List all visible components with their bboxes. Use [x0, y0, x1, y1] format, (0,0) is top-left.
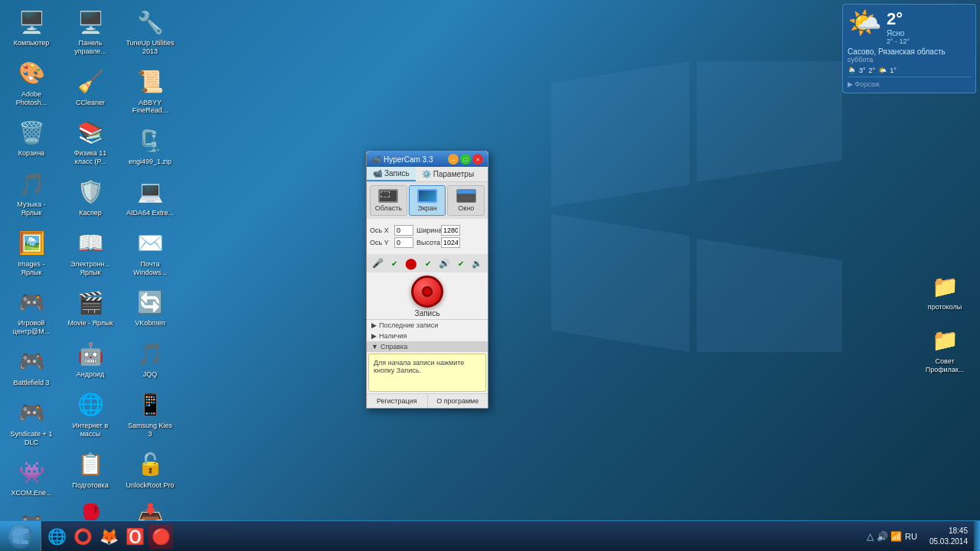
desktop-icon-zip[interactable]: 🗜️ engi499_1.zip: [122, 122, 178, 169]
maximize-button[interactable]: □: [460, 154, 471, 165]
desktop: 🖥️ Компьютер 🎨 Adobe Photosh... 🗑️ Корзи…: [0, 0, 980, 551]
android-icon: 🤖: [75, 338, 106, 369]
mic-icon: 🎤: [372, 258, 384, 269]
window-menu: 📹 Запись ⚙️ Параметры: [367, 167, 488, 182]
jqq-icon: 🎵: [135, 338, 165, 369]
desktop-icon-music[interactable]: 🎵 Музыка - Ярлык: [4, 165, 59, 220]
taskbar-ie[interactable]: 🌐: [44, 524, 69, 549]
desktop-icon-abbyy[interactable]: 📜 ABBYY FineRead...: [122, 64, 178, 119]
desktop-icon-unlock[interactable]: 🔓 UnlockRoot Pro: [122, 446, 178, 493]
zip-icon: 🗜️: [135, 126, 165, 156]
taskbar-tray: △ 🔊 📶 RU: [861, 531, 923, 542]
tuneup-icon: 🔧: [135, 7, 165, 37]
windows-logo: [551, 61, 842, 352]
desktop-icon-sovet[interactable]: 📁 Совет Профилак...: [917, 322, 972, 377]
hypercam-app-icon: 📹: [371, 155, 381, 164]
width-input[interactable]: [441, 225, 460, 236]
taskbar-browser1[interactable]: 🦊: [96, 524, 121, 549]
protokoly-icon: 📁: [929, 271, 960, 302]
expand-icon3: ▼: [371, 343, 378, 350]
help-section: Для начала записи нажмите кнопку Запись.: [368, 354, 486, 392]
games1-icon: 🎮: [16, 287, 47, 318]
weather-temp: 2°: [887, 9, 910, 29]
desktop-icon-photoshop[interactable]: 🎨 Adobe Photosh...: [4, 55, 59, 110]
sovet-icon: 📁: [929, 325, 960, 356]
help-link[interactable]: ▼ Справка: [367, 341, 488, 352]
desktop-icon-internet[interactable]: 🌐 Интернет в массы: [63, 386, 118, 442]
ccleaner-icon: 🧹: [75, 67, 106, 97]
desktop-icon-bf3[interactable]: 🎮 Battlefield 3: [4, 344, 59, 390]
weather-forecast2: 2°: [869, 67, 876, 74]
weather-condition: Ясно: [887, 29, 910, 37]
taskbar-browser2[interactable]: 🅾️: [122, 524, 147, 549]
taskbar-chrome[interactable]: ⭕: [70, 524, 95, 549]
mode-buttons: Область Экран Окно: [367, 182, 488, 219]
availability-link[interactable]: ▶ Наличия: [367, 331, 488, 341]
images-icon: 🖼️: [16, 228, 47, 259]
close-button[interactable]: ×: [472, 154, 483, 165]
vkobmen-icon: 🔄: [135, 287, 165, 318]
mode-window[interactable]: Окно: [447, 185, 485, 216]
clock-date: 05.03.2014: [929, 536, 968, 547]
desktop-icon-games1[interactable]: 🎮 Игровой центр@M...: [4, 284, 59, 339]
desktop-icon-computer[interactable]: 🖥️ Компьютер: [4, 4, 59, 51]
record-button[interactable]: [411, 276, 443, 308]
desktop-icon-syndicate[interactable]: 🎮 Syndicate + 1 DLC: [4, 395, 59, 450]
tray-icons: △ 🔊 📶: [867, 531, 902, 542]
record-tab-icon: 📹: [373, 169, 382, 178]
minimize-button[interactable]: –: [448, 154, 459, 165]
about-button[interactable]: О программе: [427, 394, 488, 408]
mode-area[interactable]: Область: [370, 185, 407, 216]
x-input[interactable]: [394, 225, 413, 236]
height-input[interactable]: [441, 237, 460, 248]
tab-params[interactable]: ⚙️ Параметры: [416, 167, 480, 181]
taskbar: 🌐 ⭕ 🦊 🅾️ 🔴 △ 🔊 📶 RU 18:45 05.03.2014: [0, 520, 980, 551]
desktop-icon-kasper[interactable]: 🛡️ Каспер: [63, 174, 118, 220]
desktop-icon-control[interactable]: 🖥️ Панель управле...: [63, 4, 118, 59]
hypercam-window: 📹 HyperCam 3.3 – □ × 📹 Запись ⚙️ Парамет…: [366, 151, 488, 409]
weather-sun-icon: 🌤️: [848, 9, 882, 37]
prep-icon: 📋: [75, 449, 106, 480]
desktop-icon-aida64[interactable]: 💻 AIDA64 Extre...: [122, 174, 178, 220]
desktop-icons-column2: 🖥️ Панель управле... 🧹 CCleaner 📚 Физика…: [63, 4, 120, 551]
mic-check-icon: ✔: [391, 259, 397, 268]
window-footer: Регистрация О программе: [367, 393, 488, 408]
desktop-icon-ccleaner[interactable]: 🧹 CCleaner: [63, 64, 118, 110]
desktop-icon-android[interactable]: 🤖 Андроид: [63, 335, 118, 382]
desktop-icon-jqq[interactable]: 🎵 JQQ: [122, 335, 178, 382]
show-desktop-button[interactable]: [974, 521, 980, 552]
clock-time: 18:45: [929, 526, 968, 536]
desktop-icon-physics[interactable]: 📚 Физика 11 класс (Р...: [63, 114, 118, 169]
desktop-icon-protokoly[interactable]: 📁 протоколы: [917, 268, 972, 315]
desktop-icon-recycle[interactable]: 🗑️ Корзина: [4, 114, 59, 161]
desktop-icon-mail[interactable]: ✉️ Почта Windows...: [122, 225, 178, 280]
y-input[interactable]: [394, 237, 413, 248]
mode-screen[interactable]: Экран: [409, 185, 446, 216]
samsung-icon: 📱: [135, 390, 165, 420]
start-button[interactable]: [0, 521, 41, 552]
help-text: Для начала записи нажмите кнопку Запись.: [374, 359, 464, 374]
aida64-icon: 💻: [135, 177, 165, 207]
desktop-icon-tuneup[interactable]: 🔧 TuneUp Utilities 2013: [122, 4, 178, 59]
xcom-icon: 👾: [16, 457, 47, 487]
desktop-icon-samsung[interactable]: 📱 Samsung Kies 3: [122, 386, 178, 442]
desktop-icon-electron[interactable]: 📖 Электронн... Ярлык: [63, 225, 118, 280]
weather-forecast3: 1°: [890, 67, 897, 74]
registration-button[interactable]: Регистрация: [367, 394, 427, 408]
record-label: Запись: [415, 309, 440, 318]
weather-widget: 🌤️ 2° Ясно 2° - 12° Сасово, Рязанская об…: [842, 4, 976, 93]
tab-record[interactable]: 📹 Запись: [367, 167, 416, 181]
desktop-icon-xcom[interactable]: 👾 XCOM.Ene...: [4, 454, 59, 500]
desktop-icon-vkobmen[interactable]: 🔄 VKobmen: [122, 284, 178, 331]
params-tab-icon: ⚙️: [422, 170, 431, 178]
desktop-icon-prep[interactable]: 📋 Подготовка: [63, 446, 118, 493]
desktop-icon-movie[interactable]: 🎬 Movie - Ярлык: [63, 284, 118, 331]
weather-force[interactable]: ▶ Форсаж: [848, 80, 880, 88]
unlock-icon: 🔓: [135, 449, 165, 480]
desktop-icons-column3: 🔧 TuneUp Utilities 2013 📜 ABBYY FineRead…: [122, 4, 180, 551]
taskbar-hypercam[interactable]: 🔴: [149, 524, 173, 549]
desktop-icon-images[interactable]: 🖼️ Images - Ярлык: [4, 225, 59, 280]
recent-recordings-link[interactable]: ▶ Последние записи: [367, 320, 488, 331]
bf3-icon: 🎮: [16, 347, 47, 377]
taskbar-items: 🌐 ⭕ 🦊 🅾️ 🔴: [41, 524, 861, 549]
